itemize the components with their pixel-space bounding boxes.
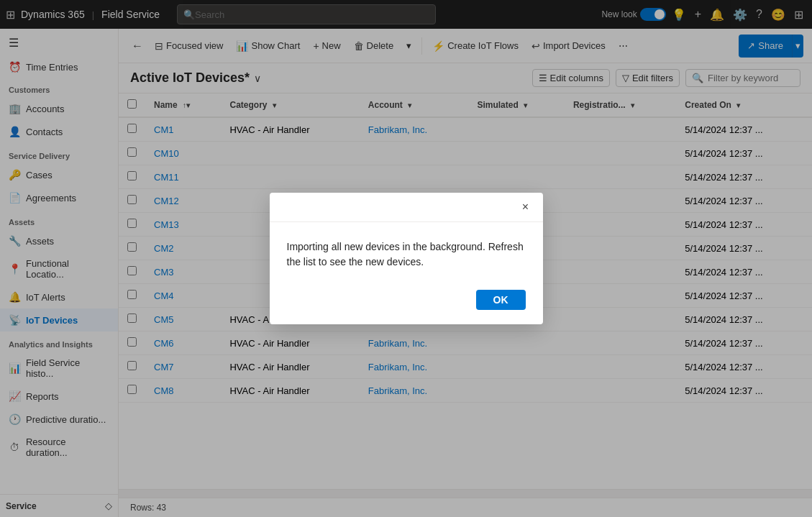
dialog-footer: OK bbox=[270, 281, 543, 324]
dialog-message: Importing all new devices in the backgro… bbox=[287, 241, 524, 267]
dialog-ok-button[interactable]: OK bbox=[476, 290, 526, 310]
dialog-close-button[interactable]: × bbox=[517, 198, 534, 216]
dialog-header: × bbox=[270, 193, 543, 222]
import-dialog: × Importing all new devices in the backg… bbox=[270, 193, 543, 324]
dialog-body: Importing all new devices in the backgro… bbox=[270, 222, 543, 281]
dialog-overlay: × Importing all new devices in the backg… bbox=[0, 0, 812, 517]
